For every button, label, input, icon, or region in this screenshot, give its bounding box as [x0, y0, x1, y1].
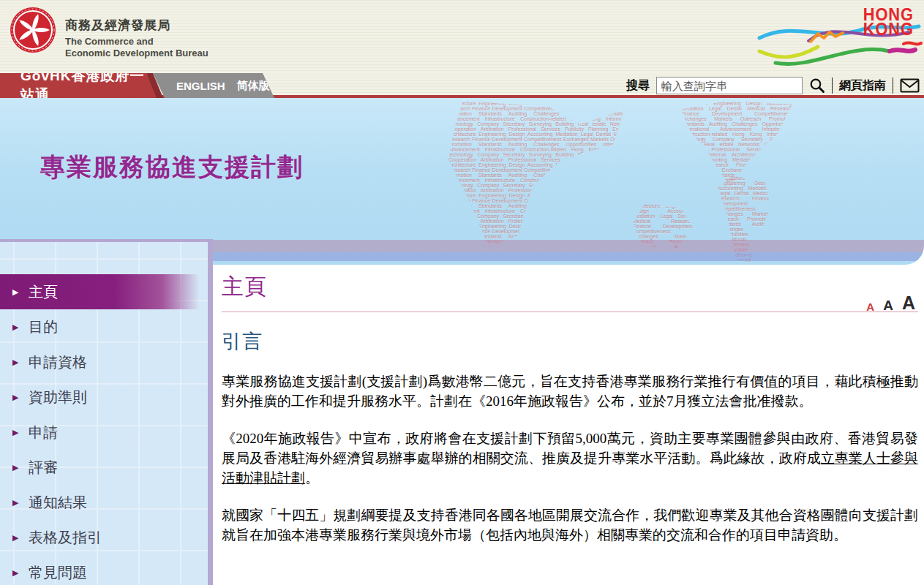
sidebar-item-eligibility[interactable]: ▶ 申請資格	[0, 344, 208, 380]
language-tab: ENGLISH 简体版	[153, 73, 274, 98]
title-row: 主頁 A A A	[222, 272, 918, 302]
sidebar-item-label: 主頁	[29, 282, 58, 302]
govhk-tab[interactable]: GovHK香港政府一站通	[0, 73, 158, 98]
arrow-icon: ▶	[12, 568, 29, 578]
arrow-icon: ▶	[12, 498, 29, 507]
page: 商務及經濟發展局 The Commerce and Economic Devel…	[0, 0, 924, 585]
search-label: 搜尋	[626, 78, 650, 94]
arrow-icon: ▶	[12, 393, 29, 402]
top-navbar: GovHK香港政府一站通 ENGLISH 简体版 搜尋 網頁指南	[0, 73, 924, 98]
intro-paragraph-1: 專業服務協進支援計劃(支援計劃)爲數港幣二億元，旨在支持香港專業服務行業推行有價…	[222, 372, 918, 412]
sidebar-item-notification[interactable]: ▶ 通知結果	[0, 485, 208, 520]
contact-button[interactable]	[900, 78, 920, 93]
arrow-icon: ▶	[12, 428, 29, 437]
sidebar-item-label: 常見問題	[29, 563, 87, 583]
intro-paragraph-3: 就國家「十四五」規劃綱要提及支持香港同各國各地區開展交流合作，我們歡迎專業及其他…	[222, 506, 918, 546]
paragraph-2-period: 。	[305, 470, 319, 486]
section-title: 引言	[222, 328, 918, 355]
sidebar-nav: ▶ 主頁 ▶ 目的 ▶ 申請資格 ▶ 資助準則 ▶ 申請 ▶ 評審	[0, 274, 208, 585]
sidebar-item-funding-criteria[interactable]: ▶ 資助準則	[0, 380, 208, 415]
sidebar-item-label: 目的	[29, 317, 58, 337]
sidebar-item-label: 表格及指引	[29, 528, 102, 548]
sidebar: ▶ 主頁 ▶ 目的 ▶ 申請資格 ▶ 資助準則 ▶ 申請 ▶ 評審	[0, 239, 213, 585]
english-link[interactable]: ENGLISH	[176, 80, 225, 92]
simplified-chinese-link[interactable]: 简体版	[237, 79, 270, 93]
hksar-emblem-icon	[10, 7, 56, 53]
main-content: 主頁 A A A 引言 專業服務協進支援計劃(支援計劃)爲數港幣二億元，旨在支持…	[222, 272, 918, 546]
font-size-large-button[interactable]: A	[902, 294, 915, 312]
divider	[832, 78, 833, 94]
search-button[interactable]	[809, 78, 825, 94]
mail-icon	[900, 78, 920, 93]
sidebar-item-assessment[interactable]: ▶ 評審	[0, 450, 208, 485]
sidebar-item-faq[interactable]: ▶ 常見問題	[0, 555, 208, 585]
font-size-controls: A A A	[866, 294, 915, 312]
search-area: 搜尋 網頁指南	[626, 75, 920, 96]
sidebar-item-objective[interactable]: ▶ 目的	[0, 309, 208, 344]
sidebar-item-application[interactable]: ▶ 申請	[0, 415, 208, 450]
intro-paragraph-2: 《2020年施政報告》中宣布，政府將會在支援計劃下預留5,000萬元，資助主要專…	[222, 429, 918, 488]
scheme-title: 專業服務協進支援計劃	[40, 151, 304, 184]
word-map-north-america: Architecture Engineering Design Accounti…	[681, 101, 792, 187]
paragraph-2-text: 《2020年施政報告》中宣布，政府將會在支援計劃下預留5,000萬元，資助主要專…	[222, 431, 918, 466]
arrow-icon: ▶	[12, 287, 29, 297]
site-header: 商務及經濟發展局 The Commerce and Economic Devel…	[0, 0, 924, 73]
horizontal-rule	[222, 312, 918, 312]
brand-hongkong-logo: HONG KONG	[754, 0, 924, 73]
bureau-title-en: The Commerce and Economic Development Bu…	[65, 36, 209, 58]
arrow-icon: ▶	[12, 463, 29, 472]
bureau-title-zh: 商務及經濟發展局	[65, 17, 209, 34]
sidebar-item-forms-guides[interactable]: ▶ 表格及指引	[0, 520, 208, 555]
sidebar-item-label: 評審	[29, 458, 58, 478]
search-input[interactable]	[656, 77, 803, 94]
arrow-icon: ▶	[12, 533, 29, 543]
search-icon	[809, 78, 825, 94]
sidebar-item-label: 申請	[29, 423, 58, 442]
sidebar-item-label: 資助準則	[29, 388, 87, 407]
arrow-icon: ▶	[12, 358, 29, 367]
page-title: 主頁	[222, 272, 918, 302]
arrow-icon: ▶	[12, 322, 29, 332]
sidebar-item-label: 申請資格	[29, 352, 87, 372]
divider	[893, 78, 893, 94]
sidebar-item-home[interactable]: ▶ 主頁	[0, 274, 208, 309]
font-size-small-button[interactable]: A	[866, 301, 874, 312]
sidebar-item-label: 通知結果	[29, 493, 87, 513]
bureau-title: 商務及經濟發展局 The Commerce and Economic Devel…	[65, 17, 209, 58]
sitemap-link[interactable]: 網頁指南	[839, 78, 886, 94]
brand-wordmark: HONG KONG	[863, 7, 914, 37]
word-map-eurasia: Architecture Engineering Design Accounti…	[448, 101, 631, 247]
font-size-medium-button[interactable]: A	[883, 298, 893, 312]
